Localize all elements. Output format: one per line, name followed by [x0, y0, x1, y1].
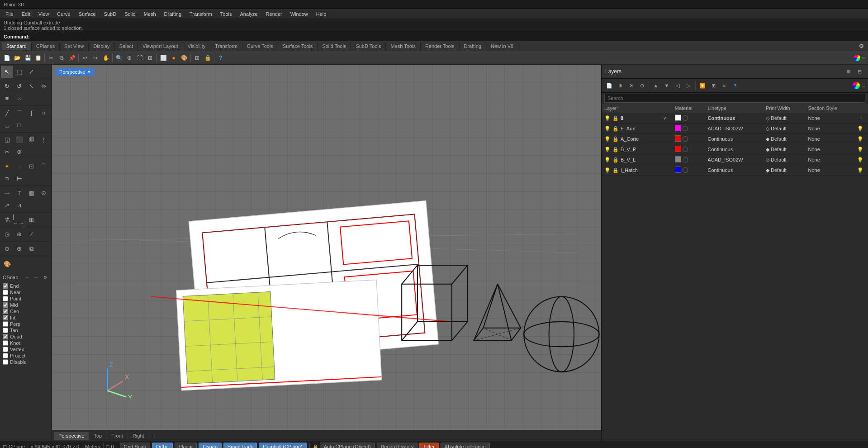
gumball-btn[interactable]: Gumball (CPlane): [259, 443, 306, 448]
osnap-point-check[interactable]: [3, 296, 8, 301]
settings-icon[interactable]: ⚙: [856, 41, 866, 51]
tab-curve-tools[interactable]: Curve Tools: [242, 42, 278, 50]
layer-material-ihatch[interactable]: [672, 165, 705, 176]
history-icon[interactable]: ◷: [1, 228, 13, 240]
gumball-icon[interactable]: ✦: [1, 160, 13, 172]
layer-row-acorte[interactable]: 💡 🔒 A_Corte Continuous ◆ Default: [602, 134, 868, 144]
fillet-icon[interactable]: ⌒: [38, 160, 50, 172]
osnap-icon[interactable]: ⊙: [1, 243, 13, 255]
filter-left-btn[interactable]: ◁: [673, 81, 683, 91]
osnap-perp-check[interactable]: [3, 321, 8, 327]
paint-icon[interactable]: 🎨: [1, 258, 13, 270]
zoom-extent-icon[interactable]: ⛶: [135, 53, 145, 63]
area-icon[interactable]: ⊞: [25, 214, 38, 226]
layer-lock-faux[interactable]: 🔒: [612, 126, 619, 132]
layer-actions-acorte[interactable]: 💡: [854, 134, 868, 144]
wireframe-icon[interactable]: ⬜: [158, 53, 168, 63]
zoom-all-icon[interactable]: ⊞: [145, 53, 155, 63]
osnap-knot-check[interactable]: [3, 340, 8, 346]
tab-render-tools[interactable]: Render Tools: [421, 42, 460, 50]
copy-obj-icon[interactable]: ⧉: [25, 243, 38, 255]
distance-icon[interactable]: |←→|: [13, 214, 25, 226]
menu-help[interactable]: Help: [313, 10, 330, 18]
menu-curve[interactable]: Curve: [53, 10, 74, 18]
move-down-btn[interactable]: ▼: [662, 81, 672, 91]
osnap-near-check[interactable]: [3, 290, 8, 295]
tab-mesh-tools[interactable]: Mesh Tools: [386, 42, 420, 50]
layer-actions-bvl[interactable]: 💡: [854, 155, 868, 165]
filter-btn[interactable]: 🔽: [697, 81, 707, 91]
mesh-icon[interactable]: ⋮: [38, 133, 50, 146]
layer-color-ihatch[interactable]: [675, 167, 681, 173]
select-objects-btn[interactable]: ⊙: [637, 81, 647, 91]
move-up-btn[interactable]: ▲: [651, 81, 661, 91]
dot-icon[interactable]: ⊙: [38, 187, 50, 199]
polyline-icon[interactable]: ⌒: [13, 107, 25, 119]
zoom-selected-icon[interactable]: ⊕: [124, 53, 134, 63]
new-layer-btn[interactable]: 📄: [604, 81, 614, 91]
menu-file[interactable]: File: [2, 10, 17, 18]
osnap-nav-next[interactable]: →: [33, 274, 40, 281]
lock-icon[interactable]: 🔒: [203, 53, 213, 63]
circle-icon[interactable]: ○: [38, 107, 50, 119]
open-file-icon[interactable]: 📂: [12, 53, 22, 63]
viewport-area[interactable]: Perspective ▼: [52, 65, 601, 441]
select-tool[interactable]: ↖: [1, 66, 13, 78]
rotate-view-icon[interactable]: ↻: [1, 80, 13, 92]
move-icon[interactable]: ⊕: [13, 243, 25, 255]
viewport-canvas[interactable]: Perspective ▼: [52, 65, 601, 441]
color-icon[interactable]: 🎨: [179, 53, 189, 63]
tab-surface-tools[interactable]: Surface Tools: [278, 42, 318, 50]
layer-color-0[interactable]: [675, 114, 681, 121]
osnap-nav-prev[interactable]: ←: [24, 274, 31, 281]
osnap-cen-check[interactable]: [3, 309, 8, 314]
layer-color-bvp[interactable]: [675, 146, 681, 152]
save-icon[interactable]: 💾: [23, 53, 33, 63]
help-btn[interactable]: ?: [730, 81, 740, 91]
select-window-tool[interactable]: ⬚: [13, 66, 25, 78]
smarttrack-btn[interactable]: SmartTrack: [223, 443, 257, 448]
render-icon[interactable]: ●: [169, 53, 179, 63]
layer-eye-faux[interactable]: 💡: [604, 126, 611, 132]
offset-icon[interactable]: ⊃: [1, 172, 13, 185]
layer-eye-ihatch[interactable]: 💡: [604, 167, 611, 173]
layer-row-bvp[interactable]: 💡 🔒 B_V_P Continuous ◆ Default No: [602, 144, 868, 155]
layer-material-acorte[interactable]: [672, 134, 705, 144]
layer-lock-0[interactable]: 🔒: [612, 115, 619, 121]
panel-scroll-icon[interactable]: [862, 85, 865, 86]
pan-icon[interactable]: ✋: [101, 53, 111, 63]
menu-transform[interactable]: Transform: [186, 10, 216, 18]
grid-view-btn[interactable]: ⊞: [708, 81, 718, 91]
layer-row-bvl[interactable]: 💡 🔒 B_V_L ACAD_ISO02W ◇ Default N: [602, 155, 868, 165]
layer-lock-bvl[interactable]: 🔒: [612, 157, 619, 163]
check-icon[interactable]: ✓: [25, 228, 38, 240]
undo-icon[interactable]: ↩: [80, 53, 90, 63]
osnap-mid-check[interactable]: [3, 302, 8, 308]
layer-material-0[interactable]: [672, 113, 705, 124]
tab-new-v8[interactable]: New in V8: [486, 42, 518, 50]
scale-icon[interactable]: ⤡: [25, 80, 38, 92]
tab-drafting[interactable]: Drafting: [460, 42, 487, 50]
delete-layer-btn[interactable]: ✕: [626, 81, 636, 91]
analyze-icon[interactable]: ⚗: [1, 214, 13, 226]
mirror-icon[interactable]: ⇔: [38, 80, 50, 92]
layer-color-faux[interactable]: [675, 125, 681, 131]
surface-icon[interactable]: ◱: [1, 133, 13, 146]
layer-row-faux[interactable]: 💡 🔒 F_Aux ACAD_ISO02W ◇ Default N: [602, 124, 868, 134]
auto-cplane-btn[interactable]: Auto CPlane (Object): [320, 443, 375, 448]
menu-tools[interactable]: Tools: [217, 10, 236, 18]
trim-icon[interactable]: ✂: [1, 146, 13, 158]
snap-grid-icon[interactable]: ⊞: [192, 53, 202, 63]
layer-row-ihatch[interactable]: 💡 🔒 I_Hatch Continuous ◆ Default: [602, 165, 868, 176]
cage-edit-icon[interactable]: ⊡: [25, 160, 38, 172]
tab-display[interactable]: Display: [89, 42, 114, 50]
solid-box-icon[interactable]: 🗐: [25, 133, 38, 146]
menu-render[interactable]: Render: [262, 10, 286, 18]
layer-actions-faux[interactable]: 💡: [854, 124, 868, 134]
absolute-tolerance-btn[interactable]: Absolute tolerance: [441, 443, 490, 448]
layer-eye-bvl[interactable]: 💡: [604, 157, 611, 163]
layer-material-bvl[interactable]: [672, 155, 705, 165]
osnap-project-check[interactable]: [3, 353, 8, 358]
osnap-disable-check[interactable]: [3, 359, 8, 365]
osnap-quad-check[interactable]: [3, 334, 8, 339]
